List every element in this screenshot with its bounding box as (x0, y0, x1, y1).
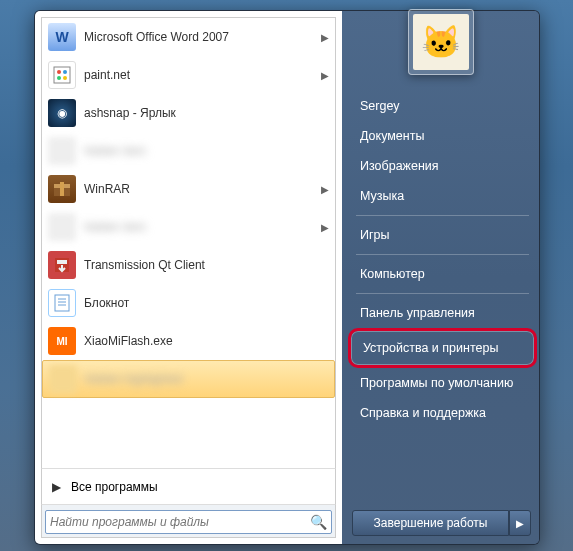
ashsnap-icon: ◉ (48, 99, 76, 127)
search-icon[interactable]: 🔍 (310, 514, 327, 530)
program-label: Transmission Qt Client (84, 258, 329, 272)
search-input[interactable] (50, 515, 310, 529)
search-row: 🔍 (41, 504, 336, 538)
start-menu: W Microsoft Office Word 2007 ▶ paint.net… (34, 10, 540, 545)
highlight-ring: Устройства и принтеры (348, 328, 537, 368)
program-label: Microsoft Office Word 2007 (84, 30, 317, 44)
search-box[interactable]: 🔍 (45, 510, 332, 534)
program-item-hidden[interactable]: hidden item (42, 132, 335, 170)
program-item-winrar[interactable]: WinRAR ▶ (42, 170, 335, 208)
winrar-icon (48, 175, 76, 203)
hidden-icon (48, 213, 76, 241)
submenu-arrow-icon: ▶ (321, 32, 329, 43)
svg-point-1 (57, 70, 61, 74)
recent-programs-list: W Microsoft Office Word 2007 ▶ paint.net… (41, 17, 336, 468)
default-programs-link[interactable]: Программы по умолчанию (352, 368, 533, 398)
program-label: hidden highlighted (85, 372, 328, 386)
devices-printers-link[interactable]: Устройства и принтеры (355, 333, 530, 363)
svg-rect-9 (57, 260, 67, 264)
xiaomi-icon: MI (48, 327, 76, 355)
pictures-link[interactable]: Изображения (352, 151, 533, 181)
submenu-arrow-icon: ▶ (321, 222, 329, 233)
user-avatar: 🐱 (413, 14, 469, 70)
svg-point-2 (63, 70, 67, 74)
svg-rect-7 (60, 182, 64, 196)
program-item-transmission[interactable]: Transmission Qt Client (42, 246, 335, 284)
program-item-hidden[interactable]: hidden item ▶ (42, 208, 335, 246)
user-folder-link[interactable]: Sergey (352, 91, 533, 121)
program-item-word[interactable]: W Microsoft Office Word 2007 ▶ (42, 18, 335, 56)
user-avatar-frame[interactable]: 🐱 (408, 9, 474, 75)
shutdown-options-button[interactable]: ▶ (509, 510, 531, 536)
submenu-arrow-icon: ▶ (321, 70, 329, 81)
program-item-notepad[interactable]: Блокнот (42, 284, 335, 322)
program-label: hidden item (84, 144, 329, 158)
all-programs-button[interactable]: ▶ Все программы (41, 468, 336, 504)
program-label: Блокнот (84, 296, 329, 310)
paintnet-icon (48, 61, 76, 89)
all-programs-label: Все программы (71, 480, 158, 494)
transmission-icon (48, 251, 76, 279)
right-panel: 🐱 Sergey Документы Изображения Музыка Иг… (342, 11, 539, 544)
program-label: hidden item (84, 220, 317, 234)
control-panel-link[interactable]: Панель управления (352, 298, 533, 328)
music-link[interactable]: Музыка (352, 181, 533, 211)
program-item-xiaomiflash[interactable]: MI XiaoMiFlash.exe (42, 322, 335, 360)
program-item-paintnet[interactable]: paint.net ▶ (42, 56, 335, 94)
program-label: paint.net (84, 68, 317, 82)
submenu-arrow-icon: ▶ (321, 184, 329, 195)
left-panel: W Microsoft Office Word 2007 ▶ paint.net… (35, 11, 342, 544)
program-label: ashsnap - Ярлык (84, 106, 329, 120)
right-menu-list: Sergey Документы Изображения Музыка Игры… (352, 91, 533, 428)
program-item-ashsnap[interactable]: ◉ ashsnap - Ярлык (42, 94, 335, 132)
shutdown-button[interactable]: Завершение работы (352, 510, 509, 536)
program-label: XiaoMiFlash.exe (84, 334, 329, 348)
svg-rect-10 (55, 295, 69, 311)
games-link[interactable]: Игры (352, 220, 533, 250)
separator (356, 215, 529, 216)
separator (356, 254, 529, 255)
shutdown-row: Завершение работы ▶ (352, 510, 531, 536)
hidden-icon (48, 137, 76, 165)
chevron-right-icon: ▶ (52, 480, 61, 494)
notepad-icon (48, 289, 76, 317)
svg-point-4 (63, 76, 67, 80)
svg-point-3 (57, 76, 61, 80)
program-item-hidden-highlighted[interactable]: hidden highlighted (42, 360, 335, 398)
help-support-link[interactable]: Справка и поддержка (352, 398, 533, 428)
computer-link[interactable]: Компьютер (352, 259, 533, 289)
hidden-icon (49, 365, 77, 393)
separator (356, 293, 529, 294)
svg-rect-0 (54, 67, 70, 83)
documents-link[interactable]: Документы (352, 121, 533, 151)
program-label: WinRAR (84, 182, 317, 196)
word-icon: W (48, 23, 76, 51)
